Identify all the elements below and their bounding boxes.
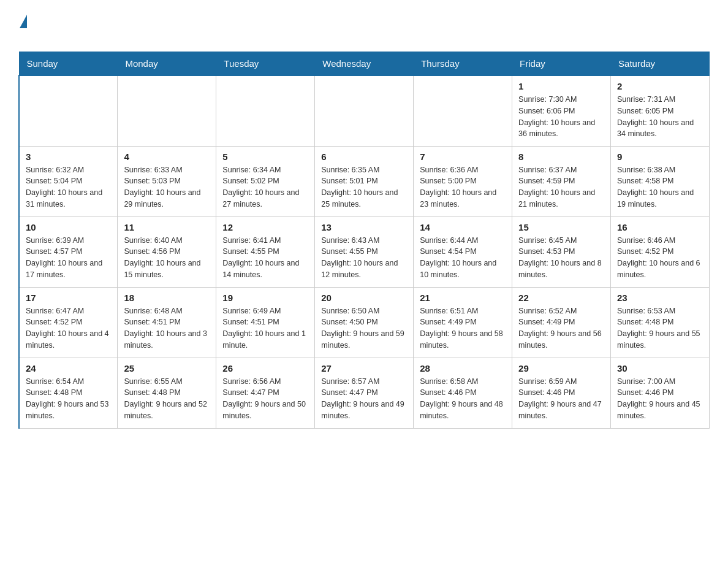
calendar-cell: 10Sunrise: 6:39 AMSunset: 4:57 PMDayligh… bbox=[19, 216, 118, 287]
week-row-2: 3Sunrise: 6:32 AMSunset: 5:04 PMDaylight… bbox=[19, 146, 710, 216]
calendar-cell: 29Sunrise: 6:59 AMSunset: 4:46 PMDayligh… bbox=[512, 358, 611, 428]
day-number: 8 bbox=[518, 151, 604, 162]
day-number: 29 bbox=[518, 363, 604, 373]
day-number: 2 bbox=[617, 81, 703, 91]
day-number: 30 bbox=[617, 363, 703, 373]
calendar-cell: 17Sunrise: 6:47 AMSunset: 4:52 PMDayligh… bbox=[19, 287, 118, 358]
day-number: 25 bbox=[124, 363, 210, 373]
calendar-cell: 14Sunrise: 6:44 AMSunset: 4:54 PMDayligh… bbox=[414, 216, 512, 287]
day-number: 13 bbox=[321, 222, 407, 232]
day-info: Sunrise: 7:00 AMSunset: 4:46 PMDaylight:… bbox=[617, 376, 703, 422]
day-info: Sunrise: 6:38 AMSunset: 4:58 PMDaylight:… bbox=[617, 164, 703, 210]
calendar-cell: 27Sunrise: 6:57 AMSunset: 4:47 PMDayligh… bbox=[315, 358, 414, 428]
calendar-cell: 19Sunrise: 6:49 AMSunset: 4:51 PMDayligh… bbox=[216, 287, 315, 358]
calendar-header-sunday: Sunday bbox=[19, 52, 118, 76]
day-number: 26 bbox=[222, 363, 308, 373]
day-info: Sunrise: 6:58 AMSunset: 4:46 PMDaylight:… bbox=[420, 376, 506, 422]
day-number: 4 bbox=[124, 151, 210, 162]
calendar-table: SundayMondayTuesdayWednesdayThursdayFrid… bbox=[18, 52, 710, 429]
day-info: Sunrise: 6:56 AMSunset: 4:47 PMDaylight:… bbox=[222, 376, 308, 422]
day-number: 24 bbox=[26, 363, 111, 373]
calendar-header-row: SundayMondayTuesdayWednesdayThursdayFrid… bbox=[19, 52, 710, 76]
day-number: 11 bbox=[124, 222, 210, 232]
day-info: Sunrise: 6:37 AMSunset: 4:59 PMDaylight:… bbox=[518, 164, 604, 210]
calendar-header-friday: Friday bbox=[512, 52, 611, 76]
week-row-3: 10Sunrise: 6:39 AMSunset: 4:57 PMDayligh… bbox=[19, 216, 710, 287]
calendar-cell bbox=[414, 75, 512, 146]
calendar-cell bbox=[216, 75, 315, 146]
day-info: Sunrise: 6:59 AMSunset: 4:46 PMDaylight:… bbox=[518, 376, 604, 422]
day-info: Sunrise: 6:43 AMSunset: 4:55 PMDaylight:… bbox=[321, 235, 407, 281]
day-number: 28 bbox=[420, 363, 506, 373]
day-info: Sunrise: 6:41 AMSunset: 4:55 PMDaylight:… bbox=[222, 235, 308, 281]
day-info: Sunrise: 6:50 AMSunset: 4:50 PMDaylight:… bbox=[321, 305, 407, 351]
day-number: 9 bbox=[617, 151, 703, 162]
calendar-header-monday: Monday bbox=[118, 52, 216, 76]
day-info: Sunrise: 6:44 AMSunset: 4:54 PMDaylight:… bbox=[420, 235, 506, 281]
calendar-cell: 4Sunrise: 6:33 AMSunset: 5:03 PMDaylight… bbox=[118, 146, 216, 216]
day-number: 22 bbox=[518, 293, 604, 303]
day-info: Sunrise: 6:45 AMSunset: 4:53 PMDaylight:… bbox=[518, 235, 604, 281]
calendar-cell: 8Sunrise: 6:37 AMSunset: 4:59 PMDaylight… bbox=[512, 146, 611, 216]
day-number: 18 bbox=[124, 293, 210, 303]
calendar-cell: 9Sunrise: 6:38 AMSunset: 4:58 PMDaylight… bbox=[611, 146, 710, 216]
day-number: 19 bbox=[222, 293, 308, 303]
calendar-cell bbox=[315, 75, 414, 146]
calendar-cell: 20Sunrise: 6:50 AMSunset: 4:50 PMDayligh… bbox=[315, 287, 414, 358]
day-number: 14 bbox=[420, 222, 506, 232]
week-row-1: 1Sunrise: 7:30 AMSunset: 6:06 PMDaylight… bbox=[19, 75, 710, 146]
day-info: Sunrise: 7:31 AMSunset: 6:05 PMDaylight:… bbox=[617, 94, 703, 140]
calendar-cell: 1Sunrise: 7:30 AMSunset: 6:06 PMDaylight… bbox=[512, 75, 611, 146]
logo bbox=[18, 15, 53, 39]
day-info: Sunrise: 6:53 AMSunset: 4:48 PMDaylight:… bbox=[617, 305, 703, 351]
day-number: 20 bbox=[321, 293, 407, 303]
day-number: 23 bbox=[617, 293, 703, 303]
calendar-cell: 7Sunrise: 6:36 AMSunset: 5:00 PMDaylight… bbox=[414, 146, 512, 216]
calendar-cell: 28Sunrise: 6:58 AMSunset: 4:46 PMDayligh… bbox=[414, 358, 512, 428]
day-info: Sunrise: 6:49 AMSunset: 4:51 PMDaylight:… bbox=[222, 305, 308, 351]
day-number: 5 bbox=[222, 151, 308, 162]
calendar-cell: 22Sunrise: 6:52 AMSunset: 4:49 PMDayligh… bbox=[512, 287, 611, 358]
day-number: 17 bbox=[26, 293, 111, 303]
day-number: 3 bbox=[26, 151, 111, 162]
calendar-cell: 18Sunrise: 6:48 AMSunset: 4:51 PMDayligh… bbox=[118, 287, 216, 358]
day-info: Sunrise: 6:33 AMSunset: 5:03 PMDaylight:… bbox=[124, 164, 210, 210]
calendar-cell: 13Sunrise: 6:43 AMSunset: 4:55 PMDayligh… bbox=[315, 216, 414, 287]
day-info: Sunrise: 6:55 AMSunset: 4:48 PMDaylight:… bbox=[124, 376, 210, 422]
calendar-header-thursday: Thursday bbox=[414, 52, 512, 76]
calendar-cell: 23Sunrise: 6:53 AMSunset: 4:48 PMDayligh… bbox=[611, 287, 710, 358]
calendar-header-tuesday: Tuesday bbox=[216, 52, 315, 76]
calendar-cell: 12Sunrise: 6:41 AMSunset: 4:55 PMDayligh… bbox=[216, 216, 315, 287]
calendar-cell: 3Sunrise: 6:32 AMSunset: 5:04 PMDaylight… bbox=[19, 146, 118, 216]
day-info: Sunrise: 6:36 AMSunset: 5:00 PMDaylight:… bbox=[420, 164, 506, 210]
calendar-cell: 26Sunrise: 6:56 AMSunset: 4:47 PMDayligh… bbox=[216, 358, 315, 428]
calendar-cell: 15Sunrise: 6:45 AMSunset: 4:53 PMDayligh… bbox=[512, 216, 611, 287]
day-info: Sunrise: 6:48 AMSunset: 4:51 PMDaylight:… bbox=[124, 305, 210, 351]
day-info: Sunrise: 6:46 AMSunset: 4:52 PMDaylight:… bbox=[617, 235, 703, 281]
day-info: Sunrise: 6:39 AMSunset: 4:57 PMDaylight:… bbox=[26, 235, 111, 281]
day-number: 15 bbox=[518, 222, 604, 232]
day-info: Sunrise: 6:54 AMSunset: 4:48 PMDaylight:… bbox=[26, 376, 111, 422]
calendar-cell: 5Sunrise: 6:34 AMSunset: 5:02 PMDaylight… bbox=[216, 146, 315, 216]
day-number: 7 bbox=[420, 151, 506, 162]
day-info: Sunrise: 6:32 AMSunset: 5:04 PMDaylight:… bbox=[26, 164, 111, 210]
calendar-cell bbox=[118, 75, 216, 146]
week-row-5: 24Sunrise: 6:54 AMSunset: 4:48 PMDayligh… bbox=[19, 358, 710, 428]
day-number: 27 bbox=[321, 363, 407, 373]
calendar-cell: 16Sunrise: 6:46 AMSunset: 4:52 PMDayligh… bbox=[611, 216, 710, 287]
day-info: Sunrise: 6:35 AMSunset: 5:01 PMDaylight:… bbox=[321, 164, 407, 210]
day-info: Sunrise: 6:57 AMSunset: 4:47 PMDaylight:… bbox=[321, 376, 407, 422]
day-number: 10 bbox=[26, 222, 111, 232]
calendar-cell: 2Sunrise: 7:31 AMSunset: 6:05 PMDaylight… bbox=[611, 75, 710, 146]
day-info: Sunrise: 6:52 AMSunset: 4:49 PMDaylight:… bbox=[518, 305, 604, 351]
calendar-cell: 11Sunrise: 6:40 AMSunset: 4:56 PMDayligh… bbox=[118, 216, 216, 287]
calendar-header-saturday: Saturday bbox=[611, 52, 710, 76]
day-number: 21 bbox=[420, 293, 506, 303]
day-info: Sunrise: 6:51 AMSunset: 4:49 PMDaylight:… bbox=[420, 305, 506, 351]
calendar-cell: 6Sunrise: 6:35 AMSunset: 5:01 PMDaylight… bbox=[315, 146, 414, 216]
calendar-cell: 21Sunrise: 6:51 AMSunset: 4:49 PMDayligh… bbox=[414, 287, 512, 358]
page-header bbox=[18, 15, 710, 39]
day-number: 1 bbox=[518, 81, 604, 91]
day-info: Sunrise: 6:40 AMSunset: 4:56 PMDaylight:… bbox=[124, 235, 210, 281]
week-row-4: 17Sunrise: 6:47 AMSunset: 4:52 PMDayligh… bbox=[19, 287, 710, 358]
